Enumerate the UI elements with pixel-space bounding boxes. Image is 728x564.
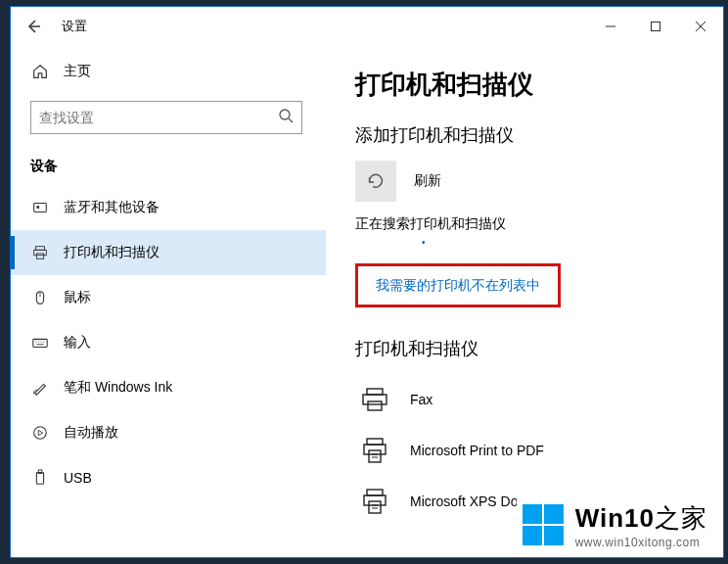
printer-doc-icon (355, 431, 394, 470)
windows-logo-icon (523, 504, 566, 547)
refresh-row: 刷新 (355, 161, 704, 202)
refresh-label: 刷新 (414, 172, 441, 190)
close-button[interactable] (678, 7, 723, 46)
sidebar-item-label: 笔和 Windows Ink (64, 379, 172, 397)
home-icon (30, 63, 50, 80)
sidebar-item-label: 打印机和扫描仪 (64, 244, 159, 261)
search-icon (278, 108, 294, 127)
search-field[interactable] (39, 110, 270, 125)
svg-rect-16 (36, 473, 43, 485)
svg-rect-23 (369, 450, 381, 462)
svg-rect-2 (34, 204, 47, 212)
pen-icon (30, 379, 50, 397)
window-controls (588, 7, 723, 46)
bluetooth-icon (30, 199, 50, 216)
settings-window: 设置 主页 (10, 6, 724, 558)
content: 主页 设备 蓝牙和其他设备 (11, 46, 723, 557)
refresh-button[interactable] (355, 161, 396, 202)
svg-rect-3 (36, 206, 39, 209)
watermark-brand-rest: 之家 (655, 503, 707, 533)
watermark: Win10之家 www.win10xitong.com (517, 499, 713, 551)
printer-name: Fax (410, 392, 432, 407)
add-section-heading: 添加打印机和扫描仪 (355, 123, 704, 147)
sidebar-item-bluetooth[interactable]: 蓝牙和其他设备 (11, 185, 326, 230)
svg-rect-27 (364, 495, 386, 505)
maximize-button[interactable] (633, 7, 678, 46)
home-label: 主页 (64, 63, 91, 80)
sidebar: 主页 设备 蓝牙和其他设备 (11, 46, 326, 557)
sidebar-item-label: 蓝牙和其他设备 (64, 199, 159, 216)
titlebar: 设置 (11, 7, 723, 46)
sidebar-item-label: USB (64, 470, 92, 486)
printer-not-listed-link[interactable]: 我需要的打印机不在列表中 (376, 277, 540, 293)
minimize-button[interactable] (588, 7, 633, 46)
svg-rect-0 (652, 23, 660, 31)
sidebar-item-label: 输入 (64, 334, 91, 352)
mouse-icon (30, 289, 50, 306)
main-panel: 打印机和扫描仪 添加打印机和扫描仪 刷新 正在搜索打印机和扫描仪 • 我需要的打… (326, 46, 723, 557)
svg-rect-9 (33, 339, 47, 347)
arrow-left-icon (25, 19, 41, 34)
svg-rect-21 (367, 439, 383, 445)
svg-rect-5 (34, 250, 47, 255)
watermark-brand: Win10 (575, 503, 655, 533)
search-input[interactable] (30, 101, 302, 134)
watermark-url: www.win10xitong.com (575, 536, 707, 549)
svg-rect-4 (36, 247, 45, 251)
not-listed-highlight: 我需要的打印机不在列表中 (355, 263, 561, 307)
sidebar-group-devices: 设备 (11, 144, 326, 185)
keyboard-icon (30, 334, 50, 352)
sidebar-item-usb[interactable]: USB (11, 455, 326, 500)
autoplay-icon (30, 424, 50, 442)
printer-doc-icon (355, 482, 394, 521)
svg-rect-19 (363, 395, 387, 404)
sidebar-item-pen[interactable]: 笔和 Windows Ink (11, 365, 326, 410)
printer-item[interactable]: Microsoft Print to PDF (355, 425, 704, 476)
fax-icon (355, 380, 394, 419)
sidebar-item-autoplay[interactable]: 自动播放 (11, 410, 326, 455)
usb-icon (30, 469, 50, 487)
svg-rect-28 (369, 501, 381, 513)
refresh-icon (365, 170, 387, 192)
printer-name: Microsoft XPS Do (410, 494, 518, 509)
printers-section-heading: 打印机和扫描仪 (355, 337, 704, 360)
svg-point-15 (34, 427, 47, 440)
sidebar-item-typing[interactable]: 输入 (11, 320, 326, 365)
progress-dots: • (355, 237, 704, 248)
home-link[interactable]: 主页 (11, 52, 326, 91)
svg-rect-6 (36, 254, 43, 258)
svg-point-1 (280, 110, 290, 119)
sidebar-item-mouse[interactable]: 鼠标 (11, 275, 326, 320)
window-title: 设置 (62, 18, 87, 35)
svg-rect-18 (367, 389, 383, 395)
printer-item[interactable]: Fax (355, 374, 704, 425)
page-title: 打印机和扫描仪 (355, 68, 704, 102)
sidebar-item-label: 自动播放 (64, 424, 118, 442)
svg-rect-22 (364, 445, 386, 454)
sidebar-item-label: 鼠标 (64, 289, 91, 306)
search-status: 正在搜索打印机和扫描仪 (355, 215, 704, 233)
back-button[interactable] (11, 7, 56, 46)
sidebar-item-printers[interactable]: 打印机和扫描仪 (11, 230, 326, 275)
svg-rect-26 (367, 490, 383, 495)
search-wrap (11, 91, 326, 144)
svg-rect-20 (368, 401, 382, 410)
printer-icon (30, 244, 50, 261)
printer-name: Microsoft Print to PDF (410, 443, 544, 458)
watermark-text: Win10之家 www.win10xitong.com (575, 501, 707, 549)
